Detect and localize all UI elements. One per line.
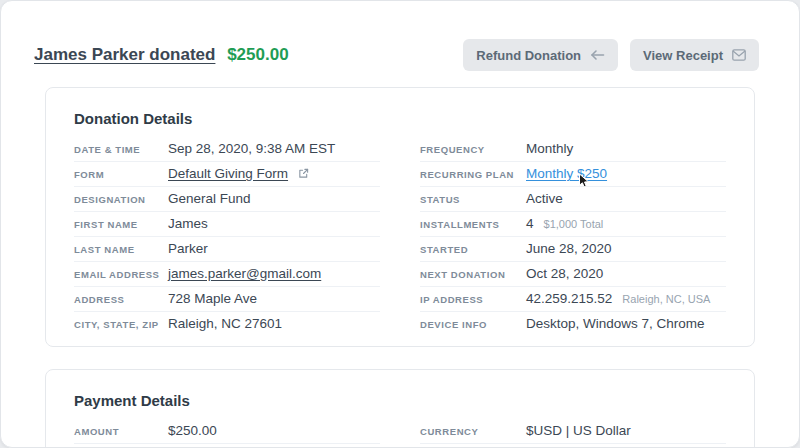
donor-name-link[interactable]: James Parker donated [34, 45, 215, 64]
field-label: Started [420, 244, 526, 255]
field-value: Monthly [526, 141, 573, 157]
row-address: Address 728 Maple Ave [74, 287, 380, 312]
donation-details-grid: Date & Time Sep 28, 2020, 9:38 AM EST Fo… [74, 137, 726, 336]
payment-details-grid: Amount $250.00 Fees S Stripe $7.55 [74, 419, 726, 448]
field-label: Installments [420, 219, 526, 230]
field-label: Email Address [74, 269, 168, 280]
field-value: Desktop, Windows 7, Chrome [526, 316, 705, 332]
donation-details-card: Donation Details Date & Time Sep 28, 202… [45, 87, 755, 347]
header-actions: Refund Donation View Receipt [463, 39, 759, 71]
donation-amount: $250.00 [227, 45, 288, 64]
field-label: Amount [74, 426, 168, 437]
row-last-name: Last Name Parker [74, 237, 380, 262]
recurring-plan-link[interactable]: Monthly $250 [526, 166, 607, 181]
field-label: First Name [74, 219, 168, 230]
row-ip-address: IP Address 42.259.215.52 Raleigh, NC, US… [420, 287, 726, 312]
row-started: Started June 28, 2020 [420, 237, 726, 262]
page-header: James Parker donated $250.00 Refund Dona… [1, 1, 799, 71]
field-label: Date & Time [74, 144, 168, 155]
field-label: Address [74, 294, 168, 305]
field-label: IP Address [420, 294, 526, 305]
field-value: James [168, 216, 208, 232]
payment-details-title: Payment Details [74, 392, 726, 409]
field-value: Raleigh, NC 27601 [168, 316, 282, 332]
field-value: 728 Maple Ave [168, 291, 257, 307]
field-label: Recurring Plan [420, 169, 526, 180]
row-status: Status Active [420, 187, 726, 212]
row-date-time: Date & Time Sep 28, 2020, 9:38 AM EST [74, 137, 380, 162]
row-designation: Designation General Fund [74, 187, 380, 212]
email-link[interactable]: james.parker@gmail.com [168, 266, 321, 281]
donation-details-title: Donation Details [74, 110, 726, 127]
field-label: Last Name [74, 244, 168, 255]
field-value: $USD | US Dollar [526, 423, 631, 439]
field-label: Status [420, 194, 526, 205]
field-value: $250.00 [168, 423, 217, 439]
field-value: Parker [168, 241, 208, 257]
page-title: James Parker donated $250.00 [34, 45, 289, 65]
row-city-state-zip: City, State, Zip Raleigh, NC 27601 [74, 312, 380, 336]
field-value: June 28, 2020 [526, 241, 612, 257]
refund-donation-button[interactable]: Refund Donation [463, 39, 618, 71]
row-currency: Currency $USD | US Dollar [420, 419, 726, 444]
field-value: Active [526, 191, 563, 207]
field-label: Device Info [420, 319, 526, 330]
field-label: Designation [74, 194, 168, 205]
view-receipt-button[interactable]: View Receipt [630, 39, 759, 71]
field-label: Next Donation [420, 269, 526, 280]
donation-detail-page: James Parker donated $250.00 Refund Dona… [0, 0, 800, 448]
envelope-icon [732, 49, 746, 61]
field-label: City, State, Zip [74, 319, 168, 330]
row-next-donation: Next Donation Oct 28, 2020 [420, 262, 726, 287]
donation-right-column: Frequency Monthly Recurring Plan Monthly… [420, 137, 726, 336]
giving-form-link[interactable]: Default Giving Form [168, 166, 288, 181]
donation-left-column: Date & Time Sep 28, 2020, 9:38 AM EST Fo… [74, 137, 380, 336]
row-payment-method: Payment Method VISA •••• 4495 [420, 444, 726, 448]
field-value: General Fund [168, 191, 251, 207]
payment-details-card: Payment Details Amount $250.00 Fees S St… [45, 369, 755, 448]
row-amount: Amount $250.00 [74, 419, 380, 444]
row-form: Form Default Giving Form [74, 162, 380, 187]
payment-right-column: Currency $USD | US Dollar Payment Method… [420, 419, 726, 448]
row-installments: Installments 4 $1,000 Total [420, 212, 726, 237]
row-device-info: Device Info Desktop, Windows 7, Chrome [420, 312, 726, 336]
field-value: 4 [526, 216, 534, 232]
row-fees: Fees S Stripe $7.55 GiveForms $4.75 [74, 444, 380, 448]
field-value: 42.259.215.52 [526, 291, 612, 307]
row-frequency: Frequency Monthly [420, 137, 726, 162]
external-link-icon [298, 168, 309, 179]
arrow-left-icon [590, 49, 605, 61]
field-value: Oct 28, 2020 [526, 266, 603, 282]
field-label: Currency [420, 426, 526, 437]
field-label: Form [74, 169, 168, 180]
field-value: Sep 28, 2020, 9:38 AM EST [168, 141, 335, 157]
ip-location: Raleigh, NC, USA [622, 293, 710, 305]
receipt-button-label: View Receipt [643, 48, 723, 63]
installments-total: $1,000 Total [544, 218, 604, 230]
row-recurring-plan: Recurring Plan Monthly $250 [420, 162, 726, 187]
payment-left-column: Amount $250.00 Fees S Stripe $7.55 [74, 419, 380, 448]
row-first-name: First Name James [74, 212, 380, 237]
row-email: Email Address james.parker@gmail.com [74, 262, 380, 287]
refund-button-label: Refund Donation [476, 48, 581, 63]
field-label: Frequency [420, 144, 526, 155]
